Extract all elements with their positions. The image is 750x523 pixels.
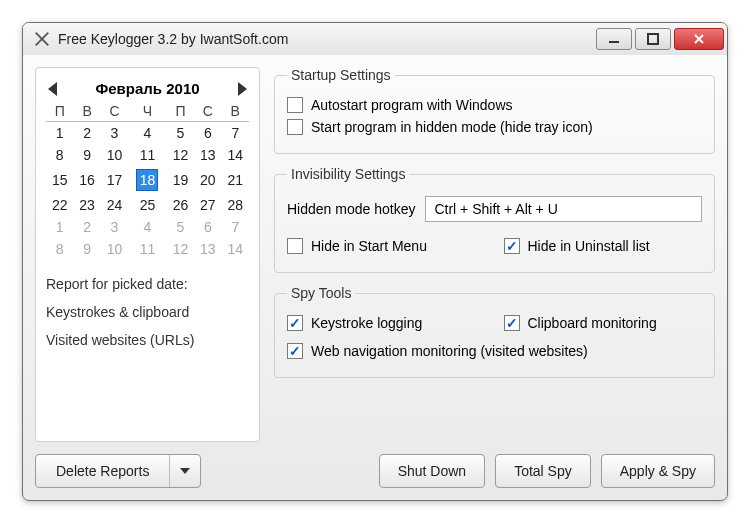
delete-reports-button[interactable]: Delete Reports [35,454,201,488]
group-legend: Startup Settings [287,67,395,83]
hotkey-input[interactable]: Ctrl + Shift + Alt + U [425,196,702,222]
calendar-day[interactable]: 16 [73,166,100,194]
report-heading: Report for picked date: [46,270,249,298]
calendar-day[interactable]: 3 [101,216,128,238]
delete-reports-label: Delete Reports [36,455,170,487]
clipboard-monitoring-label: Clipboard monitoring [528,315,657,331]
calendar-day[interactable]: 13 [194,144,221,166]
calendar-day[interactable]: 13 [194,238,221,260]
calendar-day[interactable]: 3 [101,122,128,145]
web-navigation-checkbox[interactable] [287,343,303,359]
report-urls-link[interactable]: Visited websites (URLs) [46,326,249,354]
report-links: Report for picked date: Keystrokes & cli… [46,270,249,354]
app-icon [33,30,51,48]
hide-start-menu-label: Hide in Start Menu [311,238,427,254]
autostart-checkbox[interactable] [287,97,303,113]
hidden-start-label: Start program in hidden mode (hide tray … [311,119,593,135]
startup-settings-group: Startup Settings Autostart program with … [274,67,715,154]
calendar-dow: П [46,101,73,122]
calendar-day[interactable]: 10 [101,238,128,260]
bottom-button-row: Delete Reports Shut Down Total Spy Apply… [35,454,715,488]
web-navigation-label: Web navigation monitoring (visited websi… [311,343,588,359]
calendar-day[interactable]: 6 [194,122,221,145]
calendar-dow: С [101,101,128,122]
calendar-day[interactable]: 11 [128,144,167,166]
calendar-next-icon[interactable] [238,82,247,96]
calendar-panel: Февраль 2010 ПВСЧПСВ 1234567891011121314… [35,67,260,442]
calendar-day[interactable]: 28 [222,194,249,216]
shut-down-button[interactable]: Shut Down [379,454,485,488]
calendar-day[interactable]: 9 [73,144,100,166]
calendar-day[interactable]: 2 [73,122,100,145]
calendar-day[interactable]: 12 [167,144,194,166]
app-window: Free Keylogger 3.2 by IwantSoft.com Февр… [22,22,728,501]
calendar-day[interactable]: 25 [128,194,167,216]
delete-reports-dropdown[interactable] [170,468,200,474]
client-area: Февраль 2010 ПВСЧПСВ 1234567891011121314… [23,55,727,500]
calendar-day[interactable]: 14 [222,238,249,260]
hidden-start-checkbox[interactable] [287,119,303,135]
calendar-day[interactable]: 26 [167,194,194,216]
calendar-day[interactable]: 1 [46,216,73,238]
hotkey-label: Hidden mode hotkey [287,201,415,217]
total-spy-button[interactable]: Total Spy [495,454,591,488]
calendar-day[interactable]: 4 [128,122,167,145]
report-keystrokes-link[interactable]: Keystrokes & clipboard [46,298,249,326]
group-legend: Invisibility Settings [287,166,409,182]
keystroke-logging-checkbox[interactable] [287,315,303,331]
calendar-day[interactable]: 5 [167,216,194,238]
calendar-dow: С [194,101,221,122]
calendar-day[interactable]: 18 [128,166,167,194]
calendar-day[interactable]: 8 [46,238,73,260]
calendar-day[interactable]: 7 [222,122,249,145]
calendar-day[interactable]: 5 [167,122,194,145]
calendar-day[interactable]: 14 [222,144,249,166]
hide-uninstall-checkbox[interactable] [504,238,520,254]
window-title: Free Keylogger 3.2 by IwantSoft.com [58,31,596,47]
calendar-day[interactable]: 19 [167,166,194,194]
calendar-day[interactable]: 8 [46,144,73,166]
calendar-day[interactable]: 27 [194,194,221,216]
calendar-month-label: Февраль 2010 [95,80,199,97]
settings-panel: Startup Settings Autostart program with … [274,67,715,442]
chevron-down-icon [180,468,190,474]
calendar-day[interactable]: 1 [46,122,73,145]
calendar-day[interactable]: 17 [101,166,128,194]
titlebar: Free Keylogger 3.2 by IwantSoft.com [23,23,727,55]
hide-uninstall-label: Hide in Uninstall list [528,238,650,254]
calendar-day[interactable]: 2 [73,216,100,238]
calendar-prev-icon[interactable] [48,82,57,96]
hide-start-menu-checkbox[interactable] [287,238,303,254]
calendar-day[interactable]: 23 [73,194,100,216]
calendar-dow: П [167,101,194,122]
minimize-button[interactable] [596,28,632,50]
calendar-day[interactable]: 21 [222,166,249,194]
calendar-day[interactable]: 22 [46,194,73,216]
apply-spy-button[interactable]: Apply & Spy [601,454,715,488]
group-legend: Spy Tools [287,285,355,301]
calendar-day[interactable]: 15 [46,166,73,194]
calendar-day[interactable]: 9 [73,238,100,260]
calendar-grid: ПВСЧПСВ 12345678910111213141516171819202… [46,101,249,260]
keystroke-logging-label: Keystroke logging [311,315,422,331]
calendar-day[interactable]: 12 [167,238,194,260]
calendar-dow: В [222,101,249,122]
calendar-dow: Ч [128,101,167,122]
window-buttons [596,28,724,50]
close-button[interactable] [674,28,724,50]
maximize-button[interactable] [635,28,671,50]
calendar-day[interactable]: 6 [194,216,221,238]
svg-rect-3 [648,34,658,44]
calendar-dow: В [73,101,100,122]
clipboard-monitoring-checkbox[interactable] [504,315,520,331]
calendar-day[interactable]: 10 [101,144,128,166]
invisibility-settings-group: Invisibility Settings Hidden mode hotkey… [274,166,715,273]
calendar-day[interactable]: 24 [101,194,128,216]
calendar-day[interactable]: 7 [222,216,249,238]
autostart-label: Autostart program with Windows [311,97,513,113]
calendar-day[interactable]: 4 [128,216,167,238]
calendar-day[interactable]: 20 [194,166,221,194]
calendar-day[interactable]: 11 [128,238,167,260]
spy-tools-group: Spy Tools Keystroke logging Clipboard mo… [274,285,715,378]
